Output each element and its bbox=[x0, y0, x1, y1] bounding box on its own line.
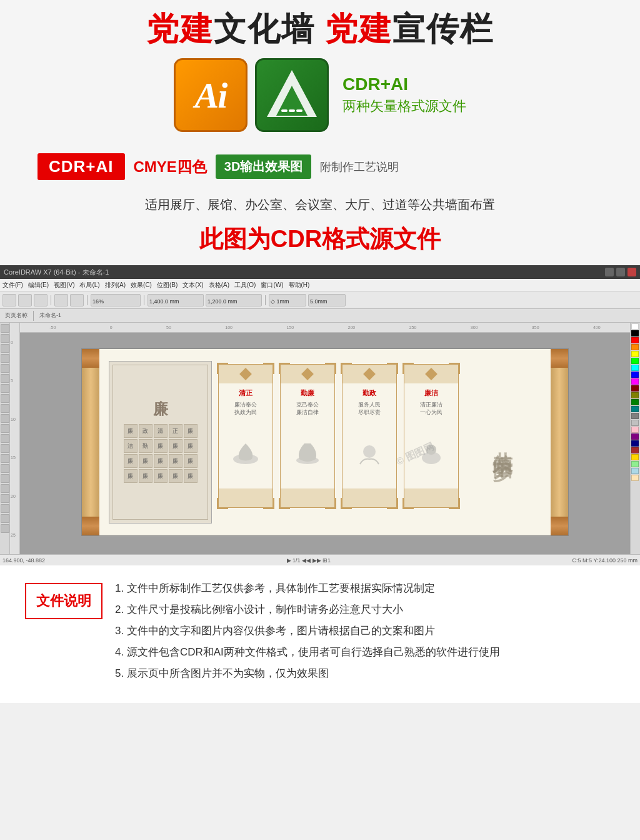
color-red[interactable] bbox=[631, 337, 639, 343]
sw-tool-zoom[interactable] bbox=[1, 344, 9, 353]
cdr-arrow-svg bbox=[264, 67, 320, 123]
color-teal[interactable] bbox=[631, 406, 639, 412]
color-orange[interactable] bbox=[631, 344, 639, 350]
sw-menu-tools[interactable]: 工具(O) bbox=[234, 281, 256, 290]
panel-text-2: 克己奉公廉洁自律 bbox=[295, 400, 320, 417]
color-navy[interactable] bbox=[631, 440, 639, 447]
color-darkgreen[interactable] bbox=[631, 399, 639, 405]
color-black[interactable] bbox=[631, 330, 639, 337]
sw-tb-snap[interactable]: ◇ 1mm bbox=[269, 294, 306, 306]
sw-tb-sep4 bbox=[265, 295, 266, 305]
sw-tool-outline[interactable] bbox=[1, 424, 9, 433]
sw-tool-trans[interactable] bbox=[1, 514, 9, 523]
color-silver[interactable] bbox=[631, 420, 639, 426]
sw-tb-zoom[interactable]: 16% bbox=[91, 294, 141, 306]
sw-tb-open[interactable] bbox=[18, 294, 32, 306]
color-purple[interactable] bbox=[631, 433, 639, 440]
sw-menu-file[interactable]: 文件(F) bbox=[2, 281, 23, 290]
diamond-2 bbox=[301, 368, 314, 380]
sw-close-btn[interactable] bbox=[628, 268, 636, 276]
sw-ruler-h: -50050100150200250300350400 bbox=[20, 323, 630, 333]
sw-tool-smear[interactable] bbox=[1, 484, 9, 493]
sw-canvas-area[interactable]: -50050100150200250300350400 廉 bbox=[20, 323, 630, 554]
sw-tool-polygon[interactable] bbox=[1, 384, 9, 393]
sw-tool-fill[interactable] bbox=[1, 404, 9, 413]
color-olive[interactable] bbox=[631, 392, 639, 398]
sw-tool-text[interactable] bbox=[1, 394, 9, 403]
sw-menu-effect[interactable]: 效果(C) bbox=[131, 281, 152, 290]
sw-menu-view[interactable]: 视图(V) bbox=[54, 281, 74, 290]
sw-tb-size-h[interactable]: 1,200.0 mm bbox=[206, 294, 262, 306]
sw-menu-table[interactable]: 表格(A) bbox=[209, 281, 229, 290]
title-dangJian1: 党建 bbox=[146, 11, 214, 47]
sw-tool-extrude[interactable] bbox=[1, 464, 9, 473]
sw-minimize-btn[interactable] bbox=[605, 268, 614, 276]
sw-tb-redo[interactable] bbox=[70, 294, 84, 306]
sw-tb-sep3 bbox=[144, 295, 144, 305]
sw-tool-rect[interactable] bbox=[1, 364, 9, 373]
sw-tool-node[interactable] bbox=[1, 334, 9, 343]
color-brown[interactable] bbox=[631, 447, 639, 453]
sw-tool-ellipse[interactable] bbox=[1, 374, 9, 383]
color-lightblue[interactable] bbox=[631, 468, 639, 474]
panel-corner-bl-3 bbox=[341, 498, 352, 509]
sw-menu-layout[interactable]: 布局(L) bbox=[79, 281, 99, 290]
sw-tool-envelope[interactable] bbox=[1, 454, 9, 463]
panel-corner-br-1 bbox=[263, 498, 274, 509]
sw-tool-select[interactable] bbox=[1, 324, 9, 333]
sw-tb-snap2[interactable]: 5.0mm bbox=[308, 294, 346, 306]
sw-tool-eyedropper[interactable] bbox=[1, 414, 9, 423]
color-white[interactable] bbox=[631, 323, 639, 330]
cdr-icon-inner bbox=[264, 67, 320, 123]
sw-tb-undo[interactable] bbox=[54, 294, 68, 306]
color-darkred[interactable] bbox=[631, 385, 639, 392]
note-item-5: 5. 展示页中所含图片并不为实物，仅为效果图 bbox=[115, 663, 615, 684]
color-yellow[interactable] bbox=[631, 351, 639, 357]
sw-menu-arrange[interactable]: 排列(A) bbox=[105, 281, 126, 290]
color-moccasin[interactable] bbox=[631, 475, 639, 481]
panel-title-4: 廉洁 bbox=[424, 388, 438, 398]
sw-tool-hand[interactable] bbox=[1, 524, 9, 533]
color-magenta[interactable] bbox=[631, 378, 639, 385]
format-text-box: CDR+AI 两种矢量格式源文件 bbox=[342, 74, 466, 116]
sw-maximize-btn[interactable] bbox=[616, 268, 625, 276]
panel-corner-tl-2 bbox=[279, 363, 290, 374]
color-pink[interactable] bbox=[631, 427, 639, 433]
color-lightgreen[interactable] bbox=[631, 461, 639, 467]
sw-tool-shadow[interactable] bbox=[1, 444, 9, 453]
sw-tb-sep1 bbox=[51, 295, 51, 305]
badge-cdr-ai: CDR+AI bbox=[38, 153, 125, 180]
scroll-rod-right bbox=[551, 349, 568, 535]
sw-tb-sep2 bbox=[87, 295, 88, 305]
scroll-design: 廉 廉 政 清 正 廉 洁 勤 廉 廉 bbox=[82, 349, 568, 535]
sw-tab-label[interactable]: 未命名-1 bbox=[37, 311, 64, 320]
title-xuanchuan: 宣传栏 bbox=[392, 11, 494, 47]
sw-tb-size-w[interactable]: 1,400.0 mm bbox=[148, 294, 204, 306]
sw-toolbar2: 页页名称 未命名-1 bbox=[0, 309, 640, 323]
color-gold[interactable] bbox=[631, 454, 639, 460]
sw-tb2-sep bbox=[33, 311, 34, 321]
panel-card-4: 廉洁 清正廉洁一心为民 bbox=[404, 364, 459, 508]
svg-point-7 bbox=[363, 445, 376, 458]
diamond-1 bbox=[239, 368, 252, 380]
sw-tb-new[interactable] bbox=[2, 294, 16, 306]
scroll-right-text: 共筑中国梦 bbox=[466, 364, 541, 520]
sw-menu-edit[interactable]: 编辑(E) bbox=[28, 281, 49, 290]
panel-img-3 bbox=[354, 418, 385, 489]
sw-menu-bitmap[interactable]: 位图(B) bbox=[157, 281, 178, 290]
sw-menu-help[interactable]: 帮助(H) bbox=[289, 281, 310, 290]
sw-tool-blend[interactable] bbox=[1, 434, 9, 443]
sw-tool-roughen[interactable] bbox=[1, 494, 9, 503]
title-wenhua: 文化墙 bbox=[214, 11, 325, 47]
sw-tool-cut[interactable] bbox=[1, 474, 9, 483]
sw-tool-mesh[interactable] bbox=[1, 504, 9, 513]
color-gray[interactable] bbox=[631, 413, 639, 419]
sw-menu-text[interactable]: 文本(X) bbox=[182, 281, 203, 290]
panel-card-2: 勤廉 克己奉公廉洁自律 bbox=[280, 364, 335, 508]
sw-tb-save[interactable] bbox=[34, 294, 48, 306]
sw-tool-freehand[interactable] bbox=[1, 354, 9, 363]
color-green[interactable] bbox=[631, 358, 639, 364]
color-cyan[interactable] bbox=[631, 365, 639, 371]
sw-menu-window[interactable]: 窗口(W) bbox=[261, 281, 283, 290]
color-blue[interactable] bbox=[631, 372, 639, 378]
